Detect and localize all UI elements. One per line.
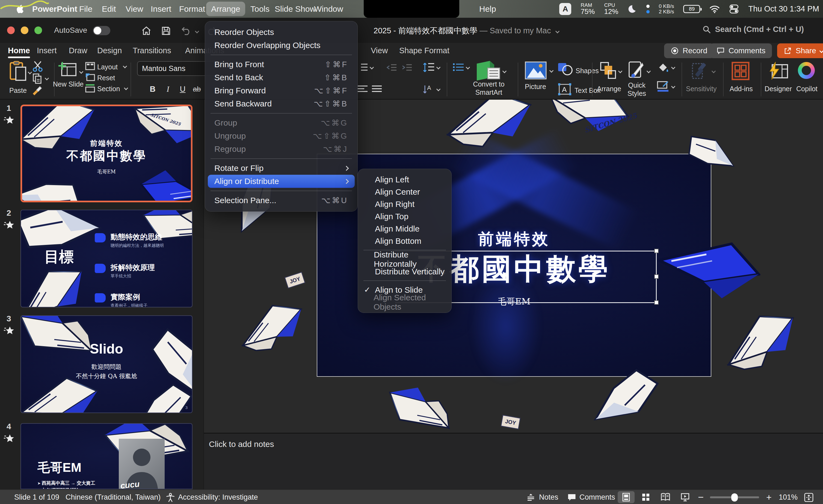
tab-design[interactable]: Design <box>97 43 122 59</box>
layout-chevron-icon[interactable] <box>123 64 127 68</box>
search-field[interactable]: Search (Cmd + Ctrl + U) <box>702 25 804 34</box>
shape-outline-icon[interactable] <box>656 81 670 92</box>
apple-menu[interactable] <box>11 0 29 18</box>
layout-label[interactable]: Layout <box>97 63 118 71</box>
copy-icon[interactable] <box>32 73 43 85</box>
decrease-indent-icon[interactable] <box>386 63 397 72</box>
line-spacing-icon[interactable] <box>423 62 435 73</box>
new-slide-icon[interactable] <box>58 61 76 78</box>
zoom-out-button[interactable]: − <box>698 490 704 504</box>
section-icon[interactable] <box>85 84 95 93</box>
zoom-in-button[interactable]: + <box>766 490 772 504</box>
quick-styles-icon[interactable] <box>628 61 645 80</box>
tab-draw[interactable]: Draw <box>69 43 88 59</box>
document-title[interactable]: 2025 - 前端特效不都國中數學 — Saved to my Mac <box>373 25 559 36</box>
notes-toggle[interactable]: Notes <box>539 490 558 504</box>
line-spacing-chevron-icon[interactable] <box>436 65 441 69</box>
menu-window[interactable]: Window <box>309 0 348 18</box>
minimize-window-button[interactable] <box>21 26 28 34</box>
reading-view-button[interactable] <box>657 491 674 503</box>
submenu-item-align-right[interactable]: Align Right <box>358 198 451 210</box>
menu-item-align-or-distribute[interactable]: Align or Distribute <box>208 175 355 188</box>
submenu-item-align-middle[interactable]: Align Middle <box>358 222 451 235</box>
control-center-icon[interactable] <box>729 4 739 14</box>
home-icon[interactable] <box>141 25 152 36</box>
selection-handle-middle-right[interactable] <box>654 275 659 279</box>
autosave-toggle[interactable] <box>93 26 110 35</box>
format-painter-icon[interactable] <box>32 85 43 96</box>
notes-pane[interactable]: Click to add notes <box>203 433 823 489</box>
increase-indent-icon[interactable] <box>401 63 412 72</box>
title-chevron-icon[interactable] <box>555 29 559 34</box>
list-chevron-icon[interactable] <box>370 65 374 69</box>
underline-button[interactable]: U <box>176 82 189 96</box>
menu-item-selection-pane[interactable]: Selection Pane...⌥⌘U <box>205 194 357 207</box>
animation-indicator-4[interactable] <box>4 434 15 443</box>
text-direction-chevron-icon[interactable] <box>436 87 441 92</box>
slideshow-view-button[interactable] <box>677 491 693 503</box>
numbered-list-icon[interactable] <box>357 62 368 72</box>
shape-fill-chevron-icon[interactable] <box>671 65 676 69</box>
menu-item-rotate-or-flip[interactable]: Rotate or Flip <box>205 162 357 175</box>
accessibility-status[interactable]: Accessibility: Investigate <box>178 490 258 504</box>
picture-chevron-icon[interactable] <box>549 68 554 73</box>
quick-styles-chevron-icon[interactable] <box>647 69 651 73</box>
share-button[interactable]: Share <box>777 43 823 58</box>
tab-home[interactable]: Home <box>8 43 30 59</box>
slide-thumbnail-4[interactable]: 毛哥EM 西苑高中高三 → 交大資工 九年網頁開發經驗 cucu <box>20 423 192 489</box>
text-direction-icon[interactable]: A <box>423 85 435 95</box>
battery-icon[interactable]: 89 <box>683 5 700 13</box>
normal-view-button[interactable] <box>618 491 635 503</box>
layout-icon[interactable] <box>85 62 95 70</box>
tab-view[interactable]: View <box>371 43 388 59</box>
arrange-objects-icon[interactable] <box>600 61 617 79</box>
menu-item-reorder-objects[interactable]: Reorder Objects <box>205 26 357 39</box>
submenu-item-align-center[interactable]: Align Center <box>358 186 451 198</box>
menu-edit[interactable]: Edit <box>97 0 121 18</box>
menu-insert[interactable]: Insert <box>146 0 176 18</box>
ram-indicator[interactable]: RAM 75% <box>581 2 595 15</box>
reset-icon[interactable] <box>85 73 95 81</box>
menu-item-reorder-overlapping-objects[interactable]: Reorder Overlapping Objects <box>205 39 357 52</box>
input-source-icon[interactable]: A <box>559 3 571 15</box>
zoom-window-button[interactable] <box>34 26 42 34</box>
tab-transitions[interactable]: Transitions <box>133 43 171 59</box>
bullets-chevron-icon[interactable] <box>466 65 470 69</box>
comments-toggle[interactable]: Comments <box>580 490 615 504</box>
menu-format[interactable]: Format <box>174 0 210 18</box>
shapes-icon[interactable] <box>557 62 573 75</box>
undo-icon[interactable] <box>181 25 192 36</box>
submenu-item-align-left[interactable]: Align Left <box>358 173 451 186</box>
animation-indicator-1[interactable] <box>4 116 15 125</box>
comments-toggle-icon[interactable] <box>567 493 577 502</box>
section-label[interactable]: Section <box>97 85 120 93</box>
animation-indicator-2[interactable] <box>4 220 15 229</box>
menu-help[interactable]: Help <box>474 0 501 18</box>
fit-to-window-icon[interactable] <box>804 493 814 502</box>
menu-file[interactable]: File <box>74 0 97 18</box>
cpu-indicator[interactable]: CPU 12% <box>604 2 618 15</box>
paste-icon[interactable] <box>9 60 27 83</box>
close-window-button[interactable] <box>7 26 15 34</box>
slide-thumbnail-2[interactable]: 目標 動態特效的思維 聰明的編程方法，越來越聰明 拆解特效原理 單手炫大招 實際… <box>20 210 192 307</box>
menu-item-send-to-back[interactable]: Send to Back⇧⌘B <box>205 71 357 84</box>
comments-button[interactable]: Comments <box>710 43 772 58</box>
wifi-icon[interactable] <box>709 5 720 13</box>
arrange-chevron-icon[interactable] <box>618 69 623 73</box>
slide-thumbnail-3[interactable]: Slido 歡迎問問題 不然十分鐘 QA 很尷尬 3 <box>20 315 192 413</box>
text-box-icon[interactable]: A <box>557 83 572 96</box>
menu-item-bring-to-front[interactable]: Bring to Front⇧⌘F <box>205 58 357 71</box>
menu-item-bring-forward[interactable]: Bring Forward⌥⇧⌘F <box>205 84 357 97</box>
display-dots-icon[interactable] <box>646 5 650 13</box>
section-chevron-icon[interactable] <box>124 86 128 91</box>
shape-fill-icon[interactable] <box>656 62 670 74</box>
picture-icon[interactable] <box>525 61 547 79</box>
save-icon[interactable] <box>161 25 171 36</box>
language-status[interactable]: Chinese (Traditional, Taiwan) <box>65 490 161 504</box>
smartart-chevron-icon[interactable] <box>502 69 507 73</box>
undo-chevron-icon[interactable] <box>195 29 199 34</box>
notes-placeholder[interactable]: Click to add notes <box>209 440 274 449</box>
copy-chevron-icon[interactable] <box>45 76 49 80</box>
tab-insert[interactable]: Insert <box>37 43 57 59</box>
strikethrough-button[interactable]: ab <box>191 82 203 96</box>
